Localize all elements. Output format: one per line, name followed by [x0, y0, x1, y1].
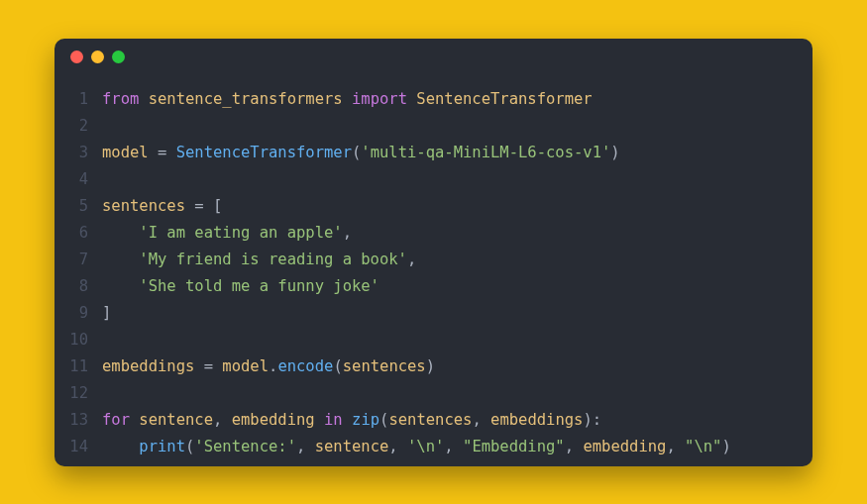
token-p: = [158, 144, 166, 161]
token-p: , [343, 224, 352, 242]
line-number: 3 [54, 140, 102, 166]
code-content: sentences = [ [102, 193, 813, 220]
token-p: , [666, 438, 675, 455]
line-number: 5 [54, 193, 102, 220]
token-id: sentence [315, 438, 389, 455]
code-content [102, 380, 813, 407]
token-id: sentence_transformers [149, 90, 343, 108]
code-content [102, 166, 813, 193]
code-line: 5sentences = [ [54, 193, 813, 220]
token-fn: zip [352, 411, 379, 429]
token-d [305, 438, 314, 455]
token-str: 'I am eating an apple' [139, 224, 342, 242]
token-str: 'multi-qa-MiniLM-L6-cos-v1' [361, 144, 610, 161]
token-d [676, 438, 685, 455]
code-line: 3model = SentenceTransformer('multi-qa-M… [54, 140, 813, 166]
code-content: model = SentenceTransformer('multi-qa-Mi… [102, 140, 813, 166]
token-p: , [472, 411, 481, 429]
token-p: ( [185, 438, 194, 455]
token-fn: encode [277, 357, 333, 375]
token-d [102, 251, 139, 268]
token-p: ) [610, 144, 619, 161]
line-number: 4 [54, 166, 102, 193]
token-d [194, 357, 203, 375]
token-fn: print [139, 438, 185, 455]
token-d [102, 224, 139, 242]
token-d [407, 90, 416, 108]
maximize-icon[interactable] [112, 50, 125, 63]
token-id: embeddings [102, 357, 194, 375]
token-id: model [222, 357, 269, 375]
token-d [102, 277, 139, 295]
code-line: 4 [54, 166, 813, 193]
token-p: , [296, 438, 305, 455]
token-d [454, 438, 463, 455]
token-d [149, 144, 158, 161]
token-p: ( [379, 411, 388, 429]
token-str: 'Sentence:' [194, 438, 296, 455]
token-d [343, 90, 352, 108]
code-line: 1from sentence_transformers import Sente… [54, 86, 813, 113]
token-id: sentences [102, 197, 185, 215]
token-p: , [213, 411, 222, 429]
code-content: 'She told me a funny joke' [102, 273, 813, 300]
line-number: 7 [54, 247, 102, 273]
window-titlebar [54, 39, 813, 76]
token-p: , [565, 438, 574, 455]
token-d [213, 357, 222, 375]
line-number: 9 [54, 300, 102, 327]
code-content: embeddings = model.encode(sentences) [102, 353, 813, 380]
minimize-icon[interactable] [91, 50, 104, 63]
code-line: 8 'She told me a funny joke' [54, 273, 813, 300]
token-p: , [407, 251, 416, 268]
code-content: for sentence, embedding in zip(sentences… [102, 407, 813, 434]
code-line: 12 [54, 380, 813, 407]
token-d [102, 438, 139, 455]
token-p: ( [352, 144, 361, 161]
token-kw: from [102, 90, 139, 108]
token-id: embeddings [490, 411, 583, 429]
token-d [130, 411, 139, 429]
token-d [222, 411, 231, 429]
token-p: = [204, 357, 213, 375]
code-content [102, 327, 813, 353]
code-content: print('Sentence:', sentence, '\n', "Embe… [102, 434, 813, 460]
line-number: 10 [54, 327, 102, 353]
line-number: 6 [54, 220, 102, 247]
code-line: 13for sentence, embedding in zip(sentenc… [54, 407, 813, 434]
token-id: sentences [343, 357, 426, 375]
token-str: 'My friend is reading a book' [139, 251, 407, 268]
code-line: 6 'I am eating an apple', [54, 220, 813, 247]
code-content: ] [102, 300, 813, 327]
line-number: 11 [54, 353, 102, 380]
code-content [102, 113, 813, 140]
token-p: ] [102, 304, 111, 322]
token-d [204, 197, 213, 215]
token-p: ) [426, 357, 435, 375]
code-line: 9] [54, 300, 813, 327]
token-p: = [194, 197, 203, 215]
code-content: 'My friend is reading a book', [102, 247, 813, 273]
token-d [185, 197, 194, 215]
token-p: . [269, 357, 277, 375]
token-d [343, 411, 352, 429]
line-number: 13 [54, 407, 102, 434]
token-id: sentences [388, 411, 472, 429]
code-content: from sentence_transformers import Senten… [102, 86, 813, 113]
token-str: '\n' [407, 438, 444, 455]
token-id: sentence [139, 411, 213, 429]
token-id: model [102, 144, 149, 161]
token-p: , [388, 438, 397, 455]
code-line: 2 [54, 113, 813, 140]
token-d [139, 90, 148, 108]
code-window: 1from sentence_transformers import Sente… [54, 39, 813, 466]
token-p: [ [213, 197, 222, 215]
line-number: 14 [54, 434, 102, 460]
close-icon[interactable] [70, 50, 83, 63]
token-id: embedding [583, 438, 666, 455]
token-d [166, 144, 175, 161]
token-d [398, 438, 407, 455]
token-str: "Embedding" [463, 438, 565, 455]
code-line: 10 [54, 327, 813, 353]
line-number: 12 [54, 380, 102, 407]
